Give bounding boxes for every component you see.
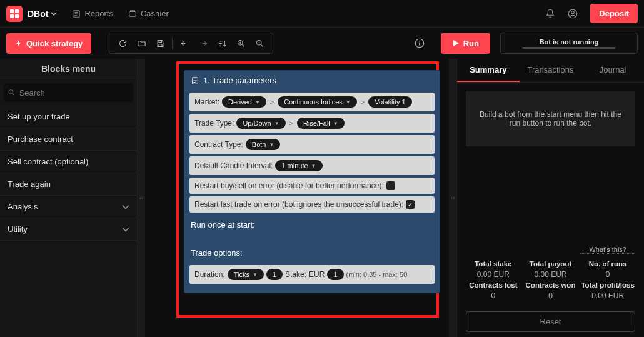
- duration-value-pill[interactable]: 1: [266, 269, 283, 280]
- block-title: 1. Trade parameters: [203, 76, 276, 85]
- market-label: Market:: [194, 98, 219, 106]
- whats-this-link[interactable]: What's this?: [580, 246, 635, 254]
- svg-rect-5: [129, 11, 136, 16]
- app-logo[interactable]: [6, 6, 23, 22]
- topbar: DBot Reports Cashier Deposit: [0, 0, 644, 28]
- nav-reports-label: Reports: [84, 9, 113, 18]
- restart-last-row[interactable]: Restart last trade on error (bot ignores…: [189, 196, 435, 213]
- stake-minmax: (min: 0.35 - max: 50: [346, 271, 408, 278]
- document-icon: [191, 76, 199, 85]
- restart-buysell-checkbox[interactable]: [386, 181, 395, 190]
- svg-rect-1: [15, 9, 19, 13]
- zoom-in-icon[interactable]: [231, 34, 250, 53]
- breadcrumb-arrow: >: [270, 98, 274, 106]
- collapse-left-handle[interactable]: ‹‹: [138, 59, 145, 337]
- svg-rect-0: [10, 9, 14, 13]
- search-input[interactable]: [19, 88, 129, 98]
- currency-label: EUR: [309, 270, 325, 279]
- stake-value-pill[interactable]: 1: [327, 269, 343, 280]
- sidebar-item-setup-trade[interactable]: Set up your trade: [0, 106, 137, 128]
- toolbar-row: Quick strategy Run Bot is not running: [0, 28, 644, 59]
- candle-interval-label: Default Candle Interval:: [194, 161, 273, 170]
- stat-total-stake: Total stake0.00 EUR: [466, 260, 521, 279]
- trade-type-label: Trade Type:: [194, 119, 234, 128]
- tab-journal[interactable]: Journal: [581, 59, 644, 82]
- tab-summary[interactable]: Summary: [457, 59, 520, 82]
- workspace-canvas[interactable]: 1. Trade parameters Market: Derived▼ > C…: [145, 59, 449, 337]
- restart-last-label: Restart last trade on error (bot ignores…: [194, 200, 403, 209]
- search-box[interactable]: [4, 83, 133, 102]
- sidebar-title: Blocks menu: [0, 59, 137, 79]
- trade-parameters-block[interactable]: 1. Trade parameters Market: Derived▼ > C…: [184, 70, 440, 293]
- stat-no-of-runs: No. of runs0: [580, 260, 635, 279]
- zoom-out-icon[interactable]: [250, 34, 269, 53]
- chevron-down-icon[interactable]: [51, 11, 57, 17]
- nav-cashier-label: Cashier: [141, 9, 169, 18]
- sidebar-item-utility[interactable]: Utility: [0, 218, 137, 241]
- reset-button[interactable]: Reset: [466, 311, 635, 332]
- stats-grid: Total stake0.00 EUR Total payout0.00 EUR…: [457, 254, 644, 306]
- trade-options-label: Trade options:: [184, 243, 440, 263]
- quick-strategy-label: Quick strategy: [26, 39, 83, 48]
- candle-interval-pill[interactable]: 1 minute▼: [275, 160, 322, 171]
- app-name[interactable]: DBot: [28, 9, 48, 19]
- run-button[interactable]: Run: [441, 33, 490, 54]
- contract-type-label: Contract Type:: [194, 140, 243, 149]
- build-message: Build a bot from the start menu then hit…: [466, 91, 635, 146]
- market-level1-pill[interactable]: Derived▼: [222, 96, 266, 108]
- search-icon: [8, 88, 16, 97]
- undo-icon[interactable]: [175, 34, 194, 53]
- file-tool-group: [109, 33, 273, 54]
- chevron-down-icon: [122, 203, 129, 211]
- run-status-label: Bot is not running: [540, 38, 599, 46]
- block-header: 1. Trade parameters: [184, 71, 440, 90]
- chevron-down-icon: [122, 226, 129, 233]
- right-tabs: Summary Transactions Journal: [457, 59, 644, 83]
- market-row[interactable]: Market: Derived▼ > Continuous Indices▼ >…: [189, 93, 435, 111]
- collapse-right-handle[interactable]: ››: [449, 59, 456, 337]
- stat-contracts-lost: Contracts lost0: [466, 281, 521, 300]
- stat-total-payout: Total payout0.00 EUR: [523, 260, 578, 279]
- right-panel: Summary Transactions Journal Build a bot…: [456, 59, 644, 337]
- svg-rect-3: [15, 14, 19, 18]
- svg-rect-2: [10, 14, 14, 18]
- sidebar-item-sell-contract[interactable]: Sell contract (optional): [0, 151, 137, 173]
- run-progress-bar: [522, 47, 616, 49]
- tab-transactions[interactable]: Transactions: [520, 59, 582, 82]
- contract-type-pill[interactable]: Both▼: [246, 139, 281, 150]
- restart-buysell-label: Restart buy/sell on error (disable for b…: [194, 181, 384, 190]
- nav-cashier[interactable]: Cashier: [128, 9, 169, 18]
- sidebar-item-analysis[interactable]: Analysis: [0, 196, 137, 218]
- save-icon[interactable]: [151, 34, 169, 53]
- info-icon[interactable]: [411, 34, 428, 52]
- quick-strategy-button[interactable]: Quick strategy: [6, 33, 91, 54]
- market-level3-pill[interactable]: Volatility 1: [368, 96, 412, 108]
- duration-unit-pill[interactable]: Ticks▼: [228, 269, 264, 280]
- restart-last-checkbox[interactable]: ✓: [406, 200, 415, 209]
- market-level2-pill[interactable]: Continuous Indices▼: [278, 96, 356, 108]
- stat-contracts-won: Contracts won0: [523, 281, 578, 300]
- sidebar-item-purchase-contract[interactable]: Purchase contract: [0, 128, 137, 151]
- account-icon[interactable]: [564, 5, 581, 23]
- trade-type-group-pill[interactable]: Up/Down▼: [236, 118, 285, 129]
- candle-interval-row[interactable]: Default Candle Interval: 1 minute▼: [189, 156, 435, 175]
- sidebar-item-trade-again[interactable]: Trade again: [0, 173, 137, 196]
- reset-icon[interactable]: [113, 34, 132, 53]
- trade-type-row[interactable]: Trade Type: Up/Down▼ > Rise/Fall▼: [189, 114, 435, 133]
- blocks-sidebar: Blocks menu Set up your trade Purchase c…: [0, 59, 138, 337]
- nav-reports[interactable]: Reports: [72, 9, 113, 18]
- sort-icon[interactable]: [213, 34, 231, 53]
- notifications-icon[interactable]: [541, 5, 559, 23]
- contract-type-row[interactable]: Contract Type: Both▼: [189, 135, 435, 154]
- deposit-button[interactable]: Deposit: [590, 4, 638, 23]
- run-button-label: Run: [463, 39, 479, 48]
- duration-label: Duration:: [194, 270, 225, 279]
- run-status: Bot is not running: [500, 33, 638, 54]
- svg-point-7: [571, 11, 575, 14]
- open-folder-icon[interactable]: [132, 34, 151, 53]
- trade-type-sub-pill[interactable]: Rise/Fall▼: [297, 118, 345, 129]
- stake-label: Stake:: [285, 270, 306, 279]
- redo-icon[interactable]: [194, 34, 213, 53]
- restart-buysell-row[interactable]: Restart buy/sell on error (disable for b…: [189, 178, 435, 194]
- duration-row[interactable]: Duration: Ticks▼ 1 Stake: EUR 1 (min: 0.…: [189, 265, 435, 284]
